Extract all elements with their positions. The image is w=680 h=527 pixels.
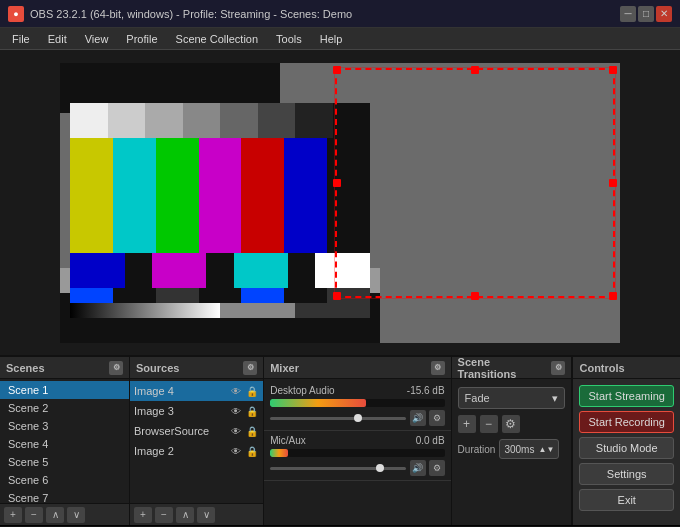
mixer-panel: Mixer ⚙ Desktop Audio -15.6 dB: [264, 357, 451, 525]
mic-aux-thumb[interactable]: [376, 464, 384, 472]
sources-settings-icon[interactable]: ⚙: [243, 361, 257, 375]
scene-item-6[interactable]: Scene 6: [0, 471, 129, 489]
minimize-button[interactable]: ─: [620, 6, 636, 22]
maximize-button[interactable]: □: [638, 6, 654, 22]
scene-item-5[interactable]: Scene 5: [0, 453, 129, 471]
gradient-strip: [70, 303, 370, 318]
scene-up-button[interactable]: ∧: [46, 507, 64, 523]
mic-aux-bar-fill: [270, 449, 287, 457]
transitions-panel-label: Scene Transitions: [458, 356, 552, 380]
source-eye-icon-2[interactable]: 👁: [229, 404, 243, 418]
menu-profile[interactable]: Profile: [118, 31, 165, 47]
mic-aux-mute-button[interactable]: 🔊: [410, 460, 426, 476]
app-icon: ●: [8, 6, 24, 22]
duration-row: Duration 300ms ▲▼: [452, 435, 572, 463]
duration-label: Duration: [458, 444, 496, 455]
edge-handle-bottom[interactable]: [471, 292, 479, 300]
menu-view[interactable]: View: [77, 31, 117, 47]
source-eye-icon-4[interactable]: 👁: [229, 444, 243, 458]
sources-panel: Sources ⚙ Image 4 👁 🔒 Image 3 👁 🔒: [130, 357, 264, 525]
source-item-3-icons: 👁 🔒: [229, 424, 259, 438]
edge-handle-left[interactable]: [333, 179, 341, 187]
white-ramp: [70, 103, 370, 138]
close-button[interactable]: ✕: [656, 6, 672, 22]
mic-aux-gear-button[interactable]: ⚙: [429, 460, 445, 476]
source-item-2[interactable]: Image 3 👁 🔒: [130, 401, 263, 421]
controls-panel: Controls Start Streaming Start Recording…: [572, 357, 680, 525]
transition-controls: + − ⚙: [452, 413, 572, 435]
studio-mode-button[interactable]: Studio Mode: [579, 437, 674, 459]
mic-aux-name: Mic/Aux: [270, 435, 306, 446]
title-bar-controls: ─ □ ✕: [620, 6, 672, 22]
exit-button[interactable]: Exit: [579, 489, 674, 511]
transition-type-select[interactable]: Fade ▾: [458, 387, 566, 409]
add-scene-button[interactable]: +: [4, 507, 22, 523]
edge-handle-right[interactable]: [609, 179, 617, 187]
source-item-3[interactable]: BrowserSource 👁 🔒: [130, 421, 263, 441]
remove-source-button[interactable]: −: [155, 507, 173, 523]
duration-arrows-icon: ▲▼: [539, 445, 555, 454]
source-eye-icon[interactable]: 👁: [229, 384, 243, 398]
desktop-audio-mute-button[interactable]: 🔊: [410, 410, 426, 426]
source-lock-icon-2[interactable]: 🔒: [245, 404, 259, 418]
preview-area: [0, 50, 680, 355]
scene-item-4[interactable]: Scene 4: [0, 435, 129, 453]
mic-aux-slider[interactable]: [270, 467, 405, 470]
desktop-audio-track: Desktop Audio -15.6 dB 🔊 ⚙: [264, 381, 450, 431]
transitions-settings-icon[interactable]: ⚙: [551, 361, 565, 375]
desktop-audio-thumb[interactable]: [354, 414, 362, 422]
menu-file[interactable]: File: [4, 31, 38, 47]
mixer-panel-icons: ⚙: [431, 361, 445, 375]
add-source-button[interactable]: +: [134, 507, 152, 523]
duration-input[interactable]: 300ms ▲▼: [499, 439, 559, 459]
menu-tools[interactable]: Tools: [268, 31, 310, 47]
corner-handle-tl[interactable]: [333, 66, 341, 74]
remove-scene-button[interactable]: −: [25, 507, 43, 523]
scenes-panel: Scenes ⚙ Scene 1 Scene 2 Scene 3 Scene 4…: [0, 357, 130, 525]
scene-item-3[interactable]: Scene 3: [0, 417, 129, 435]
source-down-button[interactable]: ∨: [197, 507, 215, 523]
source-lock-icon-4[interactable]: 🔒: [245, 444, 259, 458]
scene-item-7[interactable]: Scene 7: [0, 489, 129, 503]
desktop-audio-bar-fill: [270, 399, 366, 407]
menu-edit[interactable]: Edit: [40, 31, 75, 47]
corner-handle-tr[interactable]: [609, 66, 617, 74]
smpte-bars: [70, 253, 370, 288]
gear-transition-button[interactable]: ⚙: [502, 415, 520, 433]
source-item-1-icons: 👁 🔒: [229, 384, 259, 398]
scene-item-2[interactable]: Scene 2: [0, 399, 129, 417]
start-streaming-button[interactable]: Start Streaming: [579, 385, 674, 407]
source-item-1[interactable]: Image 4 👁 🔒: [130, 381, 263, 401]
source-item-2-icons: 👁 🔒: [229, 404, 259, 418]
corner-handle-br[interactable]: [609, 292, 617, 300]
scene-item-1[interactable]: Scene 1: [0, 381, 129, 399]
scenes-settings-icon[interactable]: ⚙: [109, 361, 123, 375]
start-recording-button[interactable]: Start Recording: [579, 411, 674, 433]
source-lock-icon-3[interactable]: 🔒: [245, 424, 259, 438]
scenes-panel-header: Scenes ⚙: [0, 357, 129, 379]
corner-handle-bl[interactable]: [333, 292, 341, 300]
transition-selected-label: Fade: [465, 392, 490, 404]
canvas-content: [60, 63, 620, 343]
remove-transition-button[interactable]: −: [480, 415, 498, 433]
source-eye-icon-3[interactable]: 👁: [229, 424, 243, 438]
window-title: OBS 23.2.1 (64-bit, windows) - Profile: …: [30, 8, 352, 20]
source-item-4[interactable]: Image 2 👁 🔒: [130, 441, 263, 461]
menu-help[interactable]: Help: [312, 31, 351, 47]
title-bar-left: ● OBS 23.2.1 (64-bit, windows) - Profile…: [8, 6, 352, 22]
mic-aux-header: Mic/Aux 0.0 dB: [270, 435, 444, 446]
desktop-audio-slider[interactable]: [270, 417, 405, 420]
source-lock-icon[interactable]: 🔒: [245, 384, 259, 398]
red-selection-box: [335, 68, 615, 298]
add-transition-button[interactable]: +: [458, 415, 476, 433]
mic-aux-db: 0.0 dB: [416, 435, 445, 446]
desktop-audio-gear-button[interactable]: ⚙: [429, 410, 445, 426]
sources-panel-icons: ⚙: [243, 361, 257, 375]
mixer-settings-icon[interactable]: ⚙: [431, 361, 445, 375]
menu-scene-collection[interactable]: Scene Collection: [168, 31, 267, 47]
settings-button[interactable]: Settings: [579, 463, 674, 485]
desktop-audio-db: -15.6 dB: [407, 385, 445, 396]
edge-handle-top[interactable]: [471, 66, 479, 74]
source-up-button[interactable]: ∧: [176, 507, 194, 523]
scene-down-button[interactable]: ∨: [67, 507, 85, 523]
